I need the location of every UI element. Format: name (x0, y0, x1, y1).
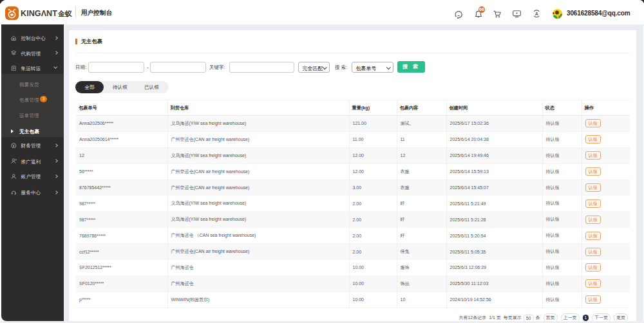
svg-text:A: A (535, 11, 538, 15)
